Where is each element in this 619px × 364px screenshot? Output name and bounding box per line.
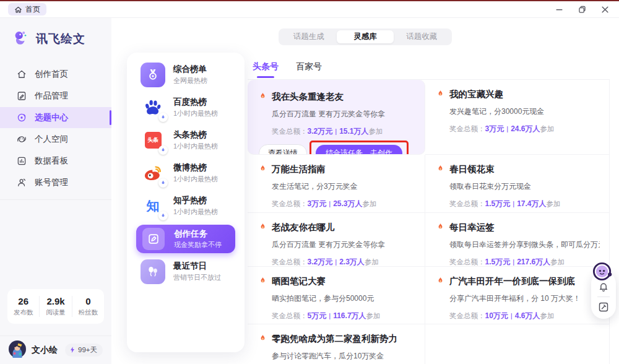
participants-count: 25.3万人 (333, 199, 362, 208)
prize-label: 奖金总额： (449, 200, 485, 207)
task-card-title: 老战友你在哪儿 (272, 222, 335, 233)
task-card-4[interactable]: 老战友你在哪儿瓜分百万流量 更有万元奖金等你拿奖金总额：3.2万元|2.3万人参… (248, 213, 425, 267)
tab-0[interactable]: 头条号 (253, 61, 279, 78)
sidebar-item-1[interactable]: 作品管理 (0, 85, 111, 106)
prize-separator: | (513, 200, 514, 207)
stat-label: 阅读量 (40, 308, 71, 317)
prize-label: 奖金总额： (272, 258, 308, 266)
close-button[interactable] (601, 6, 609, 14)
baidu-icon (141, 95, 165, 120)
prize-amount: 3万元 (308, 199, 327, 208)
participants-count: 217.6万人 (517, 258, 550, 266)
stat-value: 2.9k (40, 296, 71, 306)
sidebar-item-3[interactable]: 个人空间 (0, 129, 111, 150)
flame-icon (436, 222, 444, 233)
segment-0[interactable]: 话题生成 (280, 30, 337, 43)
task-card-8[interactable]: 零跑凭啥成为第二家盈利新势力参与讨论零跑汽车，瓜分10万奖金 (248, 324, 425, 364)
hotlist-item-title: 百度热榜 (173, 97, 218, 108)
tab-1[interactable]: 百家号 (296, 61, 322, 78)
prize-separator: | (335, 258, 337, 266)
participate-suffix: 参加 (365, 258, 379, 266)
participate-suffix: 参加 (540, 312, 555, 319)
home-icon (14, 6, 22, 14)
task-card-7[interactable]: 广汽丰田开年一价到底一保到底分享广汽丰田开年福利，分 10 万大奖！奖金总额：1… (425, 267, 610, 324)
task-card-1[interactable]: 我的宝藏兴趣发兴趣笔记，分30000元现金奖金总额：3万元|24.6万人参加 (425, 80, 610, 155)
task-card-desc: 参与讨论零跑汽车，瓜分10万奖金 (272, 351, 415, 362)
sidebar-item-4[interactable]: 数据看板 (0, 150, 111, 171)
prize-label: 奖金总额： (449, 312, 485, 319)
task-card-prize: 奖金总额：3.2万元|2.3万人参加 (272, 257, 415, 267)
hotlist-item-subtitle: 1小时内最热榜 (173, 207, 218, 217)
stat-2: 0粉丝数 (72, 296, 104, 317)
weibo-icon (141, 161, 165, 186)
hotlist-item-3[interactable]: 微博热榜1小时内最热榜 (127, 157, 245, 189)
participate-suffix: 参加 (366, 312, 381, 319)
prize-separator: | (329, 200, 331, 207)
hotlist-item-subtitle: 1小时内最热榜 (173, 175, 218, 184)
task-card-prize: 奖金总额：3万元|24.6万人参加 (449, 124, 600, 134)
ai-assistant-icon[interactable] (592, 261, 613, 282)
sidebar-item-2[interactable]: 选题中心 (0, 107, 111, 128)
sidebar-nav: 创作首页作品管理选题中心个人空间数据看板账号管理 (0, 64, 111, 193)
segment-1[interactable]: 灵感库 (337, 30, 393, 43)
sidebar-item-5[interactable]: 账号管理 (0, 172, 111, 193)
prize-amount: 1.5万元 (485, 199, 511, 208)
participants-count: 116.7万人 (333, 311, 366, 320)
user-name: 文小绘 (32, 345, 58, 356)
hotlist-item-subtitle: 营销节日不放过 (173, 273, 221, 282)
festival-balloons-icon (141, 259, 165, 284)
task-card-5[interactable]: 每日幸运签领取每日幸运签并分享到微头条，即可瓜分万元现金奖励奖金总额：1.5万元… (425, 213, 610, 267)
hot-badge-flame-icon (158, 145, 168, 155)
hot-badge-flame-icon (158, 211, 168, 220)
topic-icon (16, 112, 27, 123)
compose-icon[interactable] (597, 301, 610, 313)
mode-segmented-control: 话题生成灵感库话题收藏 (279, 28, 452, 45)
hotlist-item-1[interactable]: 百度热榜1小时内最热榜 (127, 91, 245, 124)
hotlist-item-subtitle: 1小时内最热榜 (173, 142, 218, 151)
restore-button[interactable] (578, 6, 586, 14)
medal-icon (141, 63, 165, 87)
hotlist-item-title: 最近节日 (173, 261, 221, 272)
account-icon (16, 177, 27, 188)
task-card-6[interactable]: 晒图笔记大赛晒实拍图笔记，参与分50000元奖金总额：5万元|116.7万人参加 (248, 267, 425, 324)
home-tab[interactable]: 首页 (8, 3, 46, 15)
prize-amount: 3.2万元 (308, 127, 333, 136)
hotlist-item-5[interactable]: 创作任务现金奖励拿不停 (136, 225, 235, 253)
participate-suffix: 参加 (550, 258, 565, 266)
avatar (9, 340, 26, 360)
create-with-task-button[interactable]: 结合该任务，去创作 (316, 145, 402, 155)
prize-separator: | (335, 128, 337, 135)
user-profile-bar[interactable]: 文小绘 99+天 (0, 336, 111, 364)
stat-value: 0 (72, 296, 104, 306)
flame-icon (436, 89, 444, 100)
flame-icon (259, 334, 267, 345)
brand-name: 讯飞绘文 (36, 31, 85, 47)
membership-days: 99+天 (78, 345, 97, 355)
participate-suffix: 参加 (363, 200, 377, 207)
task-icon-box (142, 228, 165, 250)
minimize-button[interactable] (555, 6, 563, 14)
hotlist-item-4[interactable]: 知知乎热榜1小时内最热榜 (127, 189, 245, 222)
task-card-2[interactable]: 万能生活指南发生活笔记，分3万元奖金奖金总额：3万元|25.3万人参加 (248, 155, 425, 213)
hotlist-item-2[interactable]: 头条头条热榜1小时内最热榜 (127, 124, 245, 157)
hot-badge-flame-icon (158, 178, 168, 188)
segment-2[interactable]: 话题收藏 (394, 30, 450, 43)
participants-count: 17.4万人 (517, 199, 546, 208)
hotlist-item-0[interactable]: 综合榜单全网最热榜 (127, 58, 245, 91)
participate-suffix: 参加 (547, 200, 561, 207)
participate-suffix: 参加 (540, 125, 555, 132)
works-icon (16, 90, 27, 102)
toutiao-icon: 头条 (141, 128, 165, 153)
sidebar-item-0[interactable]: 创作首页 (0, 64, 111, 85)
task-card-desc: 发兴趣笔记，分30000元现金 (449, 106, 600, 117)
task-card-3[interactable]: 春日领花束领取春日花束分万元现金奖金总额：1.5万元|17.4万人参加 (425, 155, 610, 213)
task-card-0[interactable]: 我在头条重逢老友瓜分百万流量 更有万元奖金等你拿奖金总额：3.2万元|15.1万… (248, 80, 425, 155)
participants-count: 24.6万人 (511, 124, 540, 133)
zhihu-logo: 知 (147, 197, 160, 215)
task-card-desc: 领取春日花束分万元现金 (449, 181, 600, 192)
prize-label: 奖金总额： (272, 312, 308, 319)
red-highlight-annotation: 结合该任务，去创作 (310, 141, 409, 155)
hotlist-item-6[interactable]: 最近节日营销节日不放过 (127, 255, 245, 288)
task-card-desc: 分享广汽丰田开年福利，分 10 万大奖！ (449, 293, 600, 304)
view-details-button[interactable]: 查看详情 (259, 144, 307, 155)
